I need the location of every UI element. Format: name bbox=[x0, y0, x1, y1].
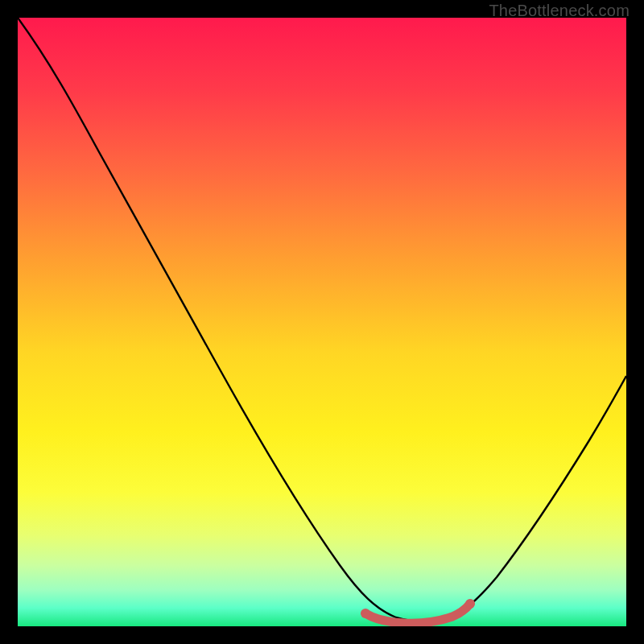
marker-dot-left bbox=[361, 609, 370, 618]
curve-path bbox=[18, 18, 626, 621]
chart-frame: TheBottleneck.com bbox=[0, 0, 644, 644]
plot-area bbox=[18, 18, 626, 626]
optimal-range-marker bbox=[365, 604, 470, 623]
bottleneck-curve bbox=[18, 18, 626, 626]
marker-dot-right bbox=[465, 599, 475, 609]
